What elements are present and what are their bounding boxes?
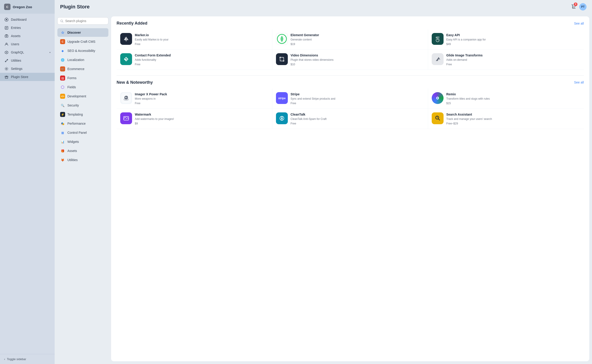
- filter-development[interactable]: </> Development: [57, 92, 108, 101]
- plugin-card-video-dimensions[interactable]: Video Dimensions Plugin that stores vide…: [272, 50, 428, 70]
- svg-point-7: [6, 36, 7, 37]
- filter-control-panel[interactable]: ▦ Control Panel: [57, 128, 108, 137]
- plugin-name-stripe: Stripe: [291, 92, 424, 96]
- plugin-info-search-assistant: Search Assistant Track and manage your u…: [446, 112, 580, 125]
- filter-upgrade[interactable]: C Upgrade Craft CMS: [57, 37, 108, 46]
- sidebar-item-utilities[interactable]: Utilities: [0, 56, 55, 65]
- filter-forms-label: Forms: [67, 76, 77, 80]
- app-icon: C: [4, 4, 10, 10]
- page-title: Plugin Store: [60, 4, 90, 10]
- plugin-store-icon: [4, 75, 9, 79]
- plugin-price-marker-io: Free: [135, 43, 268, 46]
- plugin-card-element-generator[interactable]: Element Generator Generate content $19: [272, 29, 428, 50]
- filter-upgrade-label: Upgrade Craft CMS: [67, 40, 95, 43]
- plugin-card-search-assistant[interactable]: ? Search Assistant Track and manage your…: [428, 109, 584, 129]
- plugin-name-marker-io: Marker.io: [135, 33, 268, 37]
- filter-forms[interactable]: ▤ Forms: [57, 74, 108, 82]
- svg-point-37: [437, 97, 438, 99]
- filter-panel: ☆ Discover C Upgrade Craft CMS ◆ SEO & A…: [55, 14, 111, 364]
- plugin-desc-video-dimensions: Plugin that stores video dimensions: [291, 58, 424, 62]
- search-box[interactable]: [57, 17, 108, 25]
- utilities-icon: [4, 58, 9, 63]
- plugin-name-imager-x: Imager X Power Pack: [135, 92, 268, 96]
- filter-development-label: Development: [67, 94, 86, 98]
- discover-icon: ☆: [60, 30, 65, 35]
- filter-security[interactable]: 🔍 Security: [57, 101, 108, 110]
- entries-icon: [4, 26, 9, 30]
- imager-x-icon: [120, 92, 132, 104]
- plugin-name-remix: Remix: [446, 92, 580, 96]
- recently-added-title: Recently Added: [117, 21, 147, 26]
- filter-widgets[interactable]: 📊 Widgets: [57, 137, 108, 146]
- plugin-card-contact-form[interactable]: Contact Form Extended Adds functionality…: [117, 50, 272, 70]
- sidebar-item-dashboard[interactable]: Dashboard: [0, 15, 55, 24]
- plugin-card-imager-x[interactable]: Imager X Power Pack More weapons in Free: [117, 89, 272, 109]
- plugin-name-element-generator: Element Generator: [291, 33, 424, 37]
- plugin-card-stripe[interactable]: stripe Stripe Sync and extend Stripe pro…: [272, 89, 428, 109]
- sidebar-item-settings[interactable]: Settings: [0, 65, 55, 73]
- plugin-card-remix[interactable]: Remix Transform titles and slugs with ru…: [428, 89, 584, 109]
- plugin-card-glide-image[interactable]: Glide Image Transforms Adds on-demand Fr…: [428, 50, 584, 70]
- sidebar-item-users-label: Users: [11, 42, 19, 46]
- sidebar-item-dashboard-label: Dashboard: [11, 18, 27, 21]
- svg-text:?: ?: [437, 117, 438, 119]
- search-icon: [60, 19, 63, 23]
- filter-fields[interactable]: ⬡ Fields: [57, 83, 108, 91]
- svg-point-1: [6, 19, 7, 20]
- sidebar-item-plugin-store[interactable]: Plugin Store: [0, 73, 55, 81]
- sidebar-item-graphql[interactable]: GraphQL ▾: [0, 48, 55, 56]
- filter-templating[interactable]: ⚡ Templating: [57, 110, 108, 119]
- plugin-price-cleantalk: Free: [291, 122, 424, 125]
- security-icon: 🔍: [60, 103, 65, 108]
- svg-point-43: [281, 117, 283, 119]
- plugin-info-watermark: Watermark Add watermarks to your images!…: [135, 112, 268, 125]
- filter-assets-cat[interactable]: 🎁 Assets: [57, 147, 108, 155]
- development-icon: </>: [60, 94, 65, 99]
- plugin-desc-element-generator: Generate content: [291, 38, 424, 42]
- video-dimensions-icon: [276, 53, 288, 65]
- plugin-card-watermark[interactable]: Watermark Add watermarks to your images!…: [117, 109, 272, 129]
- sidebar-item-graphql-label: GraphQL: [11, 51, 24, 54]
- sidebar-item-users[interactable]: Users: [0, 40, 55, 48]
- filter-localization[interactable]: 🌐 Localization: [57, 56, 108, 64]
- sidebar-item-assets[interactable]: Assets: [0, 32, 55, 40]
- plugin-card-easy-api[interactable]: API Easy API Easy API is a companion app…: [428, 29, 584, 50]
- plugin-card-marker-io[interactable]: Marker.io Easily add Marker.io to your F…: [117, 29, 272, 50]
- cart-button[interactable]: 0: [571, 4, 576, 10]
- filter-ecommerce[interactable]: 🛒 Ecommerce: [57, 65, 108, 73]
- search-input[interactable]: [65, 19, 106, 23]
- fields-icon: ⬡: [60, 85, 65, 90]
- users-icon: [4, 42, 9, 46]
- sidebar-item-entries[interactable]: Entries: [0, 24, 55, 32]
- filter-seo-label: SEO & Accessibility: [67, 49, 95, 52]
- content-area: ☆ Discover C Upgrade Craft CMS ◆ SEO & A…: [55, 14, 592, 364]
- glide-image-icon: [432, 53, 444, 65]
- plugin-price-glide-image: Free: [446, 63, 580, 66]
- filter-templating-label: Templating: [67, 113, 83, 116]
- main-content: Plugin Store 0 PT ☆ Discover C Upgrade C…: [55, 0, 592, 364]
- new-noteworthy-header: New & Noteworthy See all: [117, 80, 584, 85]
- filter-utilities-cat[interactable]: 🦊 Utilities: [57, 156, 108, 164]
- plugin-store-content: Recently Added See all Marker.io Easily …: [111, 16, 589, 361]
- new-noteworthy-see-all[interactable]: See all: [574, 81, 584, 84]
- plugin-desc-stripe: Sync and extend Stripe products and: [291, 97, 424, 101]
- sidebar-item-plugin-store-label: Plugin Store: [11, 75, 28, 79]
- filter-control-panel-label: Control Panel: [67, 131, 87, 134]
- plugin-name-video-dimensions: Video Dimensions: [291, 53, 424, 57]
- plugin-desc-search-assistant: Track and manage your users' search: [446, 117, 580, 121]
- topbar-right: 0 PT: [571, 3, 586, 10]
- user-avatar[interactable]: PT: [579, 3, 586, 10]
- sidebar-toggle[interactable]: ‹ Toggle sidebar: [0, 354, 55, 364]
- graphql-chevron-icon: ▾: [49, 51, 51, 54]
- plugin-desc-watermark: Add watermarks to your images!: [135, 117, 268, 121]
- recently-added-see-all[interactable]: See all: [574, 22, 584, 25]
- filter-performance[interactable]: 🎭 Performance: [57, 119, 108, 128]
- plugin-name-watermark: Watermark: [135, 112, 268, 117]
- filter-discover-label: Discover: [67, 31, 81, 34]
- filter-seo[interactable]: ◆ SEO & Accessibility: [57, 46, 108, 55]
- plugin-desc-remix: Transform titles and slugs with rules: [446, 97, 580, 101]
- filter-assets-cat-label: Assets: [67, 149, 77, 153]
- filter-discover[interactable]: ☆ Discover: [57, 28, 108, 37]
- plugin-card-cleantalk[interactable]: CleanTalk CleanTalk Anti-Spam for Craft …: [272, 109, 428, 129]
- assets-icon: [4, 34, 9, 38]
